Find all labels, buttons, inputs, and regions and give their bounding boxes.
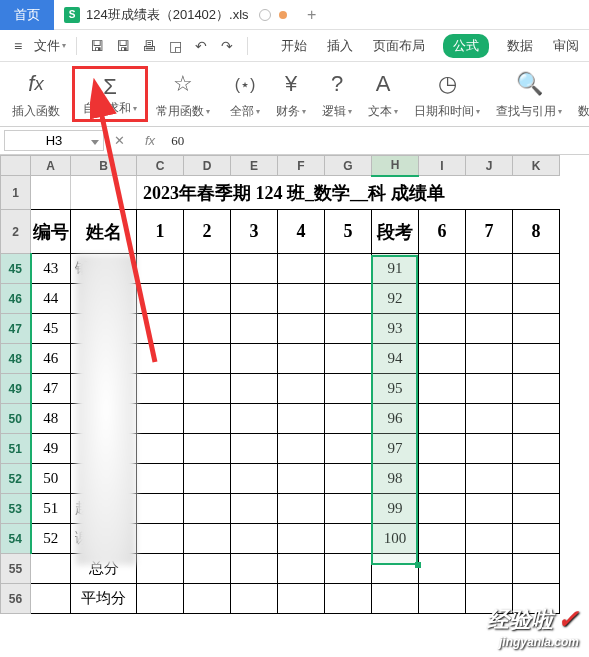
tab-layout[interactable]: 页面布局 bbox=[371, 35, 427, 57]
col-head[interactable]: B bbox=[71, 156, 137, 176]
id-cell: 49 bbox=[31, 434, 71, 464]
h-cell: 94 bbox=[372, 344, 419, 374]
close-tab-icon[interactable] bbox=[259, 9, 271, 21]
document-tab[interactable]: S 124班成绩表（201402）.xls bbox=[54, 0, 297, 30]
home-tab[interactable]: 首页 bbox=[0, 0, 54, 30]
id-cell: 45 bbox=[31, 314, 71, 344]
h-cell: 96 bbox=[372, 404, 419, 434]
col-head[interactable]: H bbox=[372, 156, 419, 176]
col-head[interactable]: I bbox=[419, 156, 466, 176]
tab-formula[interactable]: 公式 bbox=[443, 34, 489, 58]
common-functions-button[interactable]: ☆ 常用函数▾ bbox=[148, 66, 218, 122]
tab-insert[interactable]: 插入 bbox=[325, 35, 355, 57]
insert-function-button[interactable]: fx 插入函数 bbox=[4, 66, 68, 122]
text-icon: A bbox=[376, 70, 391, 98]
star-icon: ☆ bbox=[173, 70, 193, 98]
lookup-button[interactable]: 🔍 查找与引用▾ bbox=[488, 66, 570, 122]
row-head[interactable]: 53 bbox=[1, 494, 31, 524]
save-icon[interactable]: 🖫 bbox=[87, 36, 107, 56]
tab-data[interactable]: 数据 bbox=[505, 35, 535, 57]
datetime-button[interactable]: ◷ 日期和时间▾ bbox=[406, 66, 488, 122]
undo-icon[interactable]: ↶ bbox=[191, 36, 211, 56]
id-cell: 52 bbox=[31, 524, 71, 554]
row-head[interactable]: 54 bbox=[1, 524, 31, 554]
col-head[interactable]: E bbox=[231, 156, 278, 176]
row-head[interactable]: 46 bbox=[1, 284, 31, 314]
menu-bar: ≡ 文件▾ 🖫 🖫 🖶 ◲ ↶ ↷ 开始 插入 页面布局 公式 数据 审阅 bbox=[0, 30, 589, 62]
col-head[interactable]: C bbox=[137, 156, 184, 176]
finance-button[interactable]: ¥ 财务▾ bbox=[268, 66, 314, 122]
id-cell: 46 bbox=[31, 344, 71, 374]
id-cell: 47 bbox=[31, 374, 71, 404]
doc-title: 124班成绩表（201402）.xls bbox=[86, 6, 249, 24]
redo-icon[interactable]: ↷ bbox=[217, 36, 237, 56]
math-button[interactable]: ⊞ 数学和三 bbox=[570, 66, 589, 122]
header-cell: 4 bbox=[278, 210, 325, 254]
col-head[interactable]: K bbox=[513, 156, 560, 176]
row-head[interactable]: 1 bbox=[1, 176, 31, 210]
h-cell: 92 bbox=[372, 284, 419, 314]
h-cell: 99 bbox=[372, 494, 419, 524]
row-head[interactable]: 56 bbox=[1, 584, 31, 614]
row-head[interactable]: 51 bbox=[1, 434, 31, 464]
row-head[interactable]: 48 bbox=[1, 344, 31, 374]
print-preview-icon[interactable]: ◲ bbox=[165, 36, 185, 56]
header-cell: 8 bbox=[513, 210, 560, 254]
header-row: 2 编号 姓名 1 2 3 4 5 段考 6 7 8 bbox=[1, 210, 560, 254]
header-cell: 3 bbox=[231, 210, 278, 254]
h-cell: 100 bbox=[372, 524, 419, 554]
tab-start[interactable]: 开始 bbox=[279, 35, 309, 57]
h-cell: 98 bbox=[372, 464, 419, 494]
unsaved-dot-icon bbox=[279, 11, 287, 19]
avg-row: 56 平均分 bbox=[1, 584, 560, 614]
save-as-icon[interactable]: 🖫 bbox=[113, 36, 133, 56]
new-tab-button[interactable]: + bbox=[297, 6, 327, 24]
row-head[interactable]: 47 bbox=[1, 314, 31, 344]
id-cell: 50 bbox=[31, 464, 71, 494]
xls-icon: S bbox=[64, 7, 80, 23]
hamburger-icon[interactable]: ≡ bbox=[8, 36, 28, 56]
title-bar: 首页 S 124班成绩表（201402）.xls + bbox=[0, 0, 589, 30]
print-icon[interactable]: 🖶 bbox=[139, 36, 159, 56]
name-box[interactable]: H3 bbox=[4, 130, 104, 151]
fx-icon[interactable]: fx bbox=[145, 133, 155, 148]
header-cell: 姓名 bbox=[71, 210, 137, 254]
col-head[interactable]: A bbox=[31, 156, 71, 176]
col-head[interactable]: G bbox=[325, 156, 372, 176]
title-row: 1 2023年春季期 124 班_数学__科 成绩单 bbox=[1, 176, 560, 210]
formula-input[interactable]: 60 bbox=[165, 133, 585, 149]
file-menu[interactable]: 文件▾ bbox=[34, 37, 66, 55]
logic-button[interactable]: ? 逻辑▾ bbox=[314, 66, 360, 122]
row-head[interactable]: 2 bbox=[1, 210, 31, 254]
header-cell: 2 bbox=[184, 210, 231, 254]
h-cell: 95 bbox=[372, 374, 419, 404]
id-cell: 44 bbox=[31, 284, 71, 314]
autosum-button[interactable]: Σ 自动求和▾ bbox=[72, 66, 148, 122]
check-icon: ✓ bbox=[557, 604, 579, 635]
row-head[interactable]: 50 bbox=[1, 404, 31, 434]
col-head[interactable]: F bbox=[278, 156, 325, 176]
sheet-area[interactable]: A B C D E F G H I J K 1 2023年春季期 124 班_数… bbox=[0, 155, 589, 614]
h-cell: 97 bbox=[372, 434, 419, 464]
blur-overlay bbox=[76, 255, 136, 565]
separator bbox=[247, 37, 248, 55]
all-functions-button[interactable]: (⋆) 全部▾ bbox=[222, 66, 268, 122]
select-all-corner[interactable] bbox=[1, 156, 31, 176]
id-cell: 51 bbox=[31, 494, 71, 524]
tab-review[interactable]: 审阅 bbox=[551, 35, 581, 57]
row-head[interactable]: 45 bbox=[1, 254, 31, 284]
row-head[interactable]: 52 bbox=[1, 464, 31, 494]
col-head[interactable]: J bbox=[466, 156, 513, 176]
header-cell: 5 bbox=[325, 210, 372, 254]
question-icon: ? bbox=[331, 70, 343, 98]
sigma-icon: Σ bbox=[103, 73, 117, 100]
col-head[interactable]: D bbox=[184, 156, 231, 176]
avg-label: 平均分 bbox=[71, 584, 137, 614]
row-head[interactable]: 49 bbox=[1, 374, 31, 404]
row-head[interactable]: 55 bbox=[1, 554, 31, 584]
sheet-title: 2023年春季期 124 班_数学__科 成绩单 bbox=[137, 176, 560, 210]
text-button[interactable]: A 文本▾ bbox=[360, 66, 406, 122]
cancel-icon[interactable]: ✕ bbox=[114, 133, 125, 148]
column-header-row: A B C D E F G H I J K bbox=[1, 156, 560, 176]
clock-icon: ◷ bbox=[438, 70, 457, 98]
